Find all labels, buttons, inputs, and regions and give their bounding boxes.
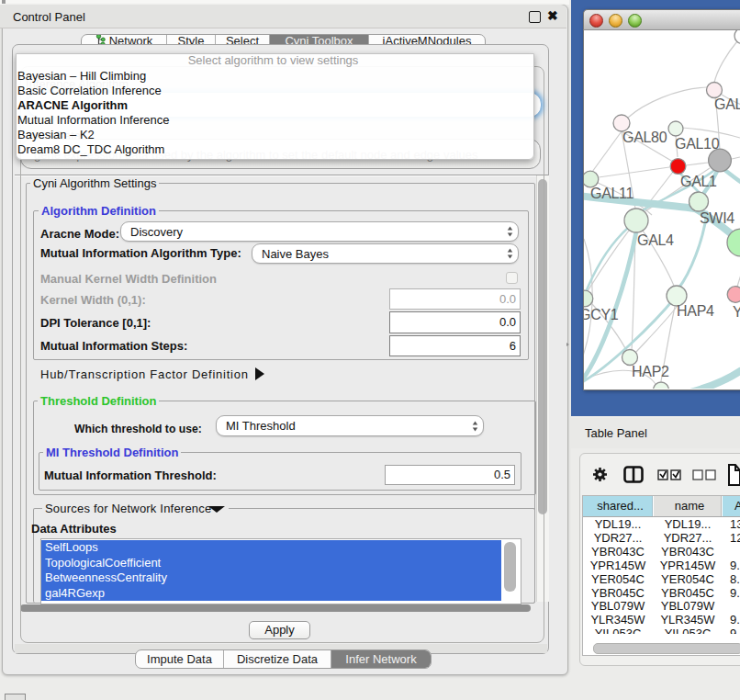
- svg-text:GCY1: GCY1: [584, 307, 619, 322]
- svg-text:GAL10: GAL10: [675, 136, 720, 152]
- svg-text:GAL: GAL: [714, 96, 740, 112]
- svg-text:SWI4: SWI4: [700, 210, 734, 226]
- svg-text:HAP4: HAP4: [677, 303, 714, 319]
- svg-text:GAL80: GAL80: [622, 130, 667, 145]
- svg-text:Y: Y: [733, 304, 740, 320]
- svg-text:GAL4: GAL4: [637, 232, 674, 248]
- svg-text:HAP2: HAP2: [632, 364, 669, 379]
- svg-text:GAL1: GAL1: [680, 174, 717, 189]
- svg-text:GAL11: GAL11: [590, 186, 634, 201]
